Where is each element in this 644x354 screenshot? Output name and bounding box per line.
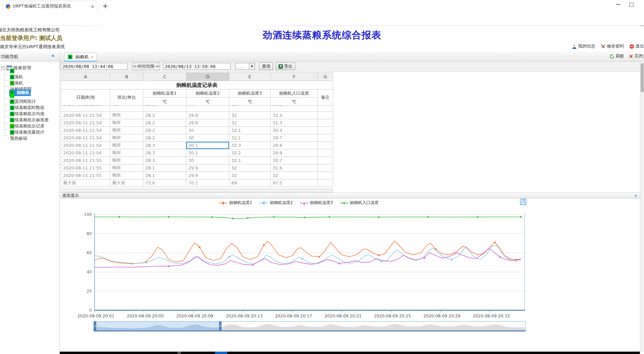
url-bar[interactable]: ← → l?xyz=0.8339242686229038 ☆ xyxy=(0,12,644,26)
chart-range-slider[interactable] xyxy=(94,321,526,331)
data-cell[interactable]: 32.1 xyxy=(229,157,271,164)
header-cell[interactable]: 班次/单位 xyxy=(110,90,143,106)
max-row-cell[interactable]: 最大值 xyxy=(61,179,110,187)
data-cell[interactable]: 28.2 xyxy=(143,112,186,119)
scrollbar-thumb[interactable] xyxy=(641,63,644,92)
export-button[interactable]: X 导出 xyxy=(276,63,295,70)
unit-cell[interactable]: ℃ xyxy=(143,98,186,106)
data-cell[interactable] xyxy=(318,164,333,172)
close-all-button[interactable]: 关闭全部 xyxy=(629,53,644,59)
data-cell[interactable]: 28.2 xyxy=(143,106,186,112)
collapse-sidebar-icon[interactable]: « xyxy=(51,53,55,59)
data-cell[interactable]: 30.7 xyxy=(271,157,318,164)
data-cell[interactable]: 28.3 xyxy=(143,149,186,157)
header-cell[interactable]: 焖粮机温度3 xyxy=(229,90,271,98)
header-cell[interactable]: 日期/时间 xyxy=(61,90,110,106)
data-cell[interactable]: 2020-08-11 21:54 xyxy=(61,134,110,142)
data-cell[interactable]: 32 xyxy=(271,172,318,179)
header-cell[interactable]: 焖粮机温度1 xyxy=(143,90,186,98)
data-cell[interactable]: 2020-08-11 21:54 xyxy=(61,112,110,119)
chart-save-icon[interactable] xyxy=(520,199,527,205)
data-cell[interactable]: 29.6 xyxy=(271,142,318,149)
data-cell[interactable]: 晚班 xyxy=(110,127,143,134)
data-cell[interactable]: 28.2 xyxy=(143,127,186,134)
browser-tab[interactable]: URPT免编程工业通用报表系统 × xyxy=(3,1,98,12)
max-row-cell[interactable]: 69 xyxy=(229,179,271,187)
tab-menliangji[interactable]: B 焖粮机 × xyxy=(64,53,97,62)
data-cell[interactable]: 28.1 xyxy=(143,172,186,179)
start-time-input[interactable] xyxy=(61,63,128,70)
data-cell[interactable]: 晚班 xyxy=(110,134,143,142)
data-cell[interactable] xyxy=(318,149,333,157)
sidebar-item[interactable]: 泡粮罐前部 xyxy=(0,83,60,90)
data-cell[interactable]: 晚班 xyxy=(110,106,143,112)
data-cell[interactable]: 31.3 xyxy=(271,119,318,127)
data-cell[interactable]: 29.9 xyxy=(271,149,318,157)
data-cell[interactable]: 2020-08-11 21:54 xyxy=(61,142,110,149)
end-time-input[interactable] xyxy=(163,63,231,70)
data-cell[interactable]: 30 xyxy=(186,127,229,134)
data-cell[interactable]: 28.3 xyxy=(143,142,186,149)
data-cell[interactable]: 2020-08-11 21:54 xyxy=(61,127,110,134)
time-range-button[interactable]: <-时间范围-> xyxy=(132,63,160,70)
data-cell[interactable]: 32 xyxy=(229,119,271,127)
unit-cell[interactable]: ℃ xyxy=(271,98,318,106)
unit-cell[interactable]: ℃ xyxy=(229,98,271,106)
data-cell[interactable] xyxy=(318,142,333,149)
data-cell[interactable]: 29.9 xyxy=(186,164,229,172)
header-cell[interactable]: 焖粮机温度2 xyxy=(186,90,229,98)
data-cell[interactable] xyxy=(318,119,333,127)
data-cell[interactable]: 晚班 xyxy=(110,164,143,172)
maximize-icon[interactable] xyxy=(629,3,633,7)
data-cell[interactable] xyxy=(318,134,333,142)
data-cell[interactable]: 晚班 xyxy=(110,172,143,179)
tab-close-icon[interactable]: × xyxy=(90,4,95,9)
query-button[interactable]: 查询 xyxy=(259,63,273,70)
grid-hscrollbar[interactable] xyxy=(61,189,333,192)
data-cell[interactable] xyxy=(318,106,333,112)
data-cell[interactable]: 33.1 xyxy=(271,106,318,112)
data-cell[interactable]: 2020-08-11 21:53 xyxy=(61,106,110,112)
data-cell[interactable]: 28.2 xyxy=(143,119,186,127)
data-cell[interactable] xyxy=(318,157,333,164)
data-cell[interactable]: 32 xyxy=(229,172,271,179)
sidebar-item[interactable]: B预热板链 xyxy=(0,133,60,139)
data-cell[interactable]: 32.1 xyxy=(229,127,271,134)
data-cell[interactable]: 32.2 xyxy=(229,149,271,157)
new-tab-button[interactable]: + xyxy=(102,2,108,10)
unit-cell[interactable]: ℃ xyxy=(186,98,229,106)
data-cell[interactable]: 31.6 xyxy=(271,164,318,172)
data-cell[interactable]: 28.1 xyxy=(143,164,186,172)
data-cell[interactable]: 2020-08-11 21:55 xyxy=(61,157,110,164)
column-letter-cell[interactable]: F xyxy=(271,73,318,81)
data-cell[interactable]: 29.9 xyxy=(186,119,229,127)
change-password-link[interactable]: 修改密码 xyxy=(601,43,624,49)
max-row-cell[interactable]: 73.6 xyxy=(143,179,186,187)
data-cell[interactable] xyxy=(318,112,333,119)
data-cell[interactable]: 2020-08-11 21:55 xyxy=(61,164,110,172)
my-info-link[interactable]: 我的信息 xyxy=(572,43,595,49)
column-letter-cell[interactable]: C xyxy=(143,73,186,81)
max-row-cell[interactable]: 70.1 xyxy=(186,179,229,187)
data-cell[interactable]: 30.1 xyxy=(186,149,229,157)
data-cell[interactable]: 32 xyxy=(229,164,271,172)
logout-link[interactable]: 退出系统 xyxy=(629,43,644,49)
header-cell[interactable]: 焖粮机入口温度 xyxy=(271,90,318,98)
data-cell[interactable]: 30 xyxy=(186,134,229,142)
minimize-icon[interactable] xyxy=(616,4,620,5)
section-chevron-icon[interactable]: » xyxy=(633,194,639,197)
data-cell[interactable]: 2020-08-11 21:55 xyxy=(61,172,110,179)
column-letter-cell[interactable]: D xyxy=(186,73,229,81)
data-cell[interactable] xyxy=(318,127,333,134)
data-cell[interactable]: 2020-08-11 21:54 xyxy=(61,119,110,127)
max-row-cell[interactable]: 97.5 xyxy=(271,179,318,187)
header-cell[interactable]: 备注 xyxy=(318,90,333,106)
slider-handle[interactable] xyxy=(219,322,221,330)
slider-handle[interactable] xyxy=(94,322,96,330)
data-cell[interactable]: 32 xyxy=(229,112,271,119)
data-cell[interactable]: 30 xyxy=(186,106,229,112)
table-title-cell[interactable]: 焖粮机温度记录表 xyxy=(61,81,333,90)
tab-close-icon[interactable]: × xyxy=(90,55,94,59)
data-cell[interactable]: 30 xyxy=(186,157,229,164)
data-cell[interactable]: 32.3 xyxy=(229,142,271,149)
